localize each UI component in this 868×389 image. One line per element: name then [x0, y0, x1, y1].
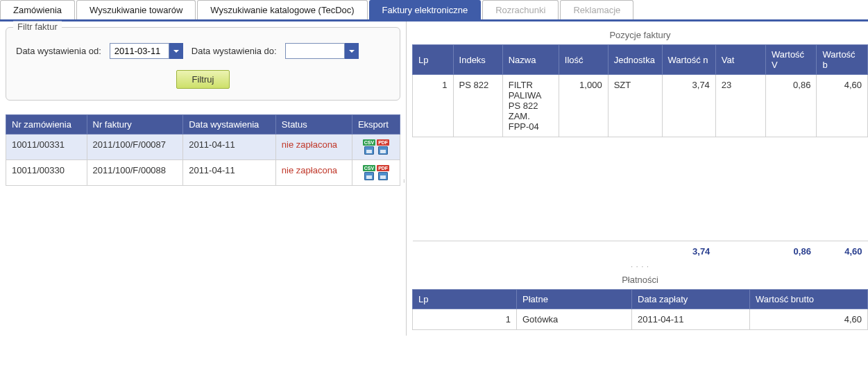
cell-gross: 4,60	[750, 309, 868, 330]
cell-status: nie zapłacona	[275, 135, 352, 160]
cell-name: FILTR PALIWA PS 822 ZAM. FPP-04	[502, 75, 559, 137]
cell-lp: 1	[413, 309, 517, 330]
date-to-input[interactable]	[285, 43, 345, 59]
chevron-down-icon	[173, 48, 180, 55]
col-net[interactable]: Wartość n	[662, 45, 715, 75]
table-row[interactable]: 10011/003302011/100/F/000882011-04-11nie…	[6, 160, 400, 186]
tab-complaints: Reklamacje	[560, 0, 633, 19]
date-to-picker-button[interactable]	[345, 43, 359, 59]
cell-order-no: 10011/00331	[6, 135, 87, 160]
cell-order-no: 10011/00330	[6, 160, 87, 186]
tab-e-invoices[interactable]: Faktury elektroniczne	[369, 0, 482, 19]
cell-unit: SZT	[608, 75, 662, 137]
line-items-title: Pozycje faktury	[412, 27, 868, 44]
cell-status: nie zapłacona	[275, 160, 352, 186]
col-status[interactable]: Status	[275, 115, 352, 135]
payments-table: Lp Płatne Data zapłaty Wartość brutto 1G…	[412, 289, 868, 330]
cell-invoice-no: 2011/100/F/00087	[87, 135, 183, 160]
total-gross: 4,60	[817, 241, 868, 262]
chevron-down-icon	[348, 48, 355, 55]
date-from-label: Data wystawienia od:	[16, 46, 101, 56]
cell-vat-val: 0,86	[765, 75, 817, 137]
date-from-input[interactable]	[110, 43, 169, 59]
cell-invoice-no: 2011/100/F/00088	[87, 160, 183, 186]
tab-orders[interactable]: Zamówienia	[0, 0, 75, 19]
table-row[interactable]: 1Gotówka2011-04-114,60	[413, 309, 868, 330]
tab-bar: Zamówienia Wyszukiwanie towarów Wyszukiw…	[0, 0, 868, 21]
cell-qty: 1,000	[559, 75, 608, 137]
col-vat[interactable]: Vat	[715, 45, 765, 75]
total-net: 3,74	[662, 241, 715, 262]
cell-issue-date: 2011-04-11	[183, 160, 276, 186]
filter-panel-title: Filtr faktur	[13, 21, 62, 32]
cell-payable: Gotówka	[517, 309, 632, 330]
col-order-no[interactable]: Nr zamówienia	[6, 115, 87, 135]
col-issue-date[interactable]: Data wystawienia	[183, 115, 276, 135]
col-export[interactable]: Eksport	[352, 115, 400, 135]
cell-pay-date: 2011-04-11	[632, 309, 750, 330]
export-pdf-icon[interactable]: PDF	[377, 139, 389, 155]
filter-button[interactable]: Filtruj	[176, 70, 230, 89]
vertical-splitter[interactable]: ···	[400, 179, 408, 182]
export-pdf-icon[interactable]: PDF	[377, 165, 389, 180]
col-vat-val[interactable]: Wartość V	[765, 45, 817, 75]
export-csv-icon[interactable]: CSV	[363, 139, 375, 155]
date-from-picker-button[interactable]	[169, 43, 183, 59]
tab-search-goods[interactable]: Wyszukiwanie towarów	[76, 0, 196, 19]
export-csv-icon[interactable]: CSV	[363, 165, 375, 180]
pay-col-payable[interactable]: Płatne	[517, 290, 632, 309]
table-row[interactable]: 1PS 822FILTR PALIWA PS 822 ZAM. FPP-041,…	[413, 75, 868, 137]
col-lp[interactable]: Lp	[413, 45, 454, 75]
cell-lp: 1	[413, 75, 454, 137]
col-index[interactable]: Indeks	[453, 45, 502, 75]
totals-row: 3,74 0,86 4,60	[413, 241, 868, 262]
cell-gross: 4,60	[817, 75, 868, 137]
cell-export: CSVPDF	[352, 135, 400, 160]
tab-settlements: Rozrachunki	[482, 0, 559, 19]
cell-issue-date: 2011-04-11	[183, 135, 276, 160]
filter-panel: Filtr faktur Data wystawienia od: Data w…	[6, 27, 400, 101]
col-qty[interactable]: Ilość	[559, 45, 608, 75]
cell-index: PS 822	[453, 75, 502, 137]
date-to-label: Data wystawienia do:	[192, 46, 277, 56]
pay-col-gross[interactable]: Wartość brutto	[750, 290, 868, 309]
cell-net: 3,74	[662, 75, 715, 137]
tab-tecdoc[interactable]: Wyszukiwanie katalogowe (TecDoc)	[197, 0, 367, 19]
cell-export: CSVPDF	[352, 160, 400, 186]
invoice-table: Nr zamówienia Nr faktury Data wystawieni…	[6, 114, 400, 186]
payments-title: Płatności	[412, 272, 868, 289]
col-unit[interactable]: Jednostka	[608, 45, 662, 75]
cell-vat: 23	[715, 75, 765, 137]
col-name[interactable]: Nazwa	[502, 45, 559, 75]
col-gross[interactable]: Wartość b	[817, 45, 868, 75]
col-invoice-no[interactable]: Nr faktury	[87, 115, 183, 135]
pay-col-date[interactable]: Data zapłaty	[632, 290, 750, 309]
pay-col-lp[interactable]: Lp	[413, 290, 517, 309]
table-row[interactable]: 10011/003312011/100/F/000872011-04-11nie…	[6, 135, 400, 160]
total-vat-val: 0,86	[765, 241, 817, 262]
line-items-table: Lp Indeks Nazwa Ilość Jednostka Wartość …	[412, 44, 868, 261]
horizontal-splitter[interactable]: · · · ·	[412, 261, 868, 272]
